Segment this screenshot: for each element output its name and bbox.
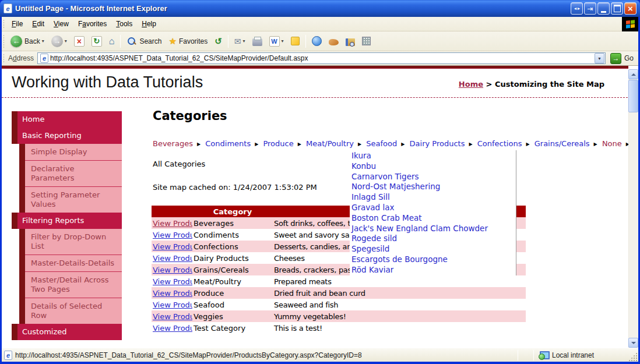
category-menu-link[interactable]: Produce	[263, 139, 293, 148]
sidebar-item[interactable]: Basic Reporting	[12, 128, 122, 144]
flyout-product-link[interactable]: Escargots de Bourgogne	[351, 255, 516, 265]
back-button[interactable]: Back ▾	[8, 34, 47, 49]
view-products-link[interactable]: View Products	[153, 289, 192, 298]
category-menu-item[interactable]: None	[602, 139, 630, 148]
category-menu-item[interactable]: Meat/Poultry	[306, 139, 361, 148]
sidebar-item[interactable]: Filter by Drop-Down List	[19, 229, 122, 255]
menu-item[interactable]: File	[7, 17, 27, 30]
popout-button[interactable]	[584, 2, 596, 15]
menu-item[interactable]: Edit	[27, 17, 49, 30]
menu-item[interactable]: Favorites	[73, 17, 111, 30]
address-input[interactable]	[50, 54, 595, 62]
flyout-product-link[interactable]: Gravad lax	[351, 203, 516, 213]
view-products-link[interactable]: View Products	[153, 231, 192, 239]
view-products-link[interactable]: View Products	[153, 266, 192, 274]
category-menu-link[interactable]: Condiments	[205, 139, 251, 148]
view-products-link[interactable]: View Products	[153, 242, 192, 251]
mail-button[interactable]: ▾	[231, 35, 248, 48]
toolbar-grip[interactable]	[3, 34, 5, 48]
notes-button[interactable]	[288, 35, 303, 47]
flyout-product-link[interactable]: Boston Crab Meat	[351, 213, 516, 224]
toolbar-grip[interactable]	[3, 54, 5, 63]
flyout-product-link[interactable]: Konbu	[351, 161, 516, 172]
search-button[interactable]: Search	[124, 34, 164, 48]
view-products-link[interactable]: View Products	[153, 219, 192, 228]
sidebar-accent-block	[12, 213, 17, 229]
breadcrumb-home-link[interactable]: Home	[459, 80, 483, 89]
flyout-product-link[interactable]: Rogede sild	[351, 234, 516, 244]
title-bar[interactable]: Untitled Page - Microsoft Internet Explo…	[0, 0, 640, 17]
flyout-product-link[interactable]: Spegesild	[351, 244, 516, 255]
mail-dropdown-icon[interactable]: ▾	[243, 38, 245, 44]
category-menu-item[interactable]: Produce	[263, 139, 301, 148]
view-products-link[interactable]: View Products	[153, 254, 192, 263]
forward-dropdown-icon[interactable]: ▾	[65, 38, 67, 44]
sidebar-item[interactable]: Master-Details-Details	[19, 255, 122, 271]
research-button[interactable]	[343, 35, 358, 48]
sidebar-item[interactable]: Setting Parameter Values	[19, 186, 122, 213]
flyout-product-link[interactable]: Röd Kaviar	[351, 265, 516, 275]
view-products-link[interactable]: View Products	[153, 277, 192, 286]
page-top-rule	[2, 66, 628, 69]
category-menu-link[interactable]: Dairy Products	[410, 139, 465, 148]
messenger-button[interactable]	[309, 34, 325, 48]
flyout-product-link[interactable]: Carnarvon Tigers	[351, 172, 516, 182]
category-menu-link[interactable]: None	[602, 139, 622, 148]
sidebar-item[interactable]: Filtering Reports	[12, 213, 122, 229]
flyout-product-link[interactable]: Nord-Ost Matjeshering	[351, 182, 516, 192]
toolbar-grip[interactable]	[3, 19, 5, 29]
home-button[interactable]	[106, 34, 118, 48]
edit-dropdown-icon[interactable]: ▾	[282, 38, 284, 44]
edit-with-word-button[interactable]: ▾	[266, 34, 287, 48]
category-menu-link[interactable]: Meat/Poultry	[306, 139, 354, 148]
category-menu-item[interactable]: Beverages	[153, 139, 201, 148]
resize-grip[interactable]	[628, 352, 637, 361]
minimize-button[interactable]	[597, 2, 610, 15]
menu-item[interactable]: Help	[137, 17, 161, 30]
scroll-down-button[interactable]	[628, 338, 638, 348]
category-menu-item[interactable]: Confections	[477, 139, 530, 148]
refresh-button[interactable]	[89, 34, 105, 48]
menu-item[interactable]: Tools	[111, 17, 137, 30]
history-button[interactable]	[212, 34, 225, 48]
menu-item[interactable]: View	[49, 17, 73, 30]
flyout-product-link[interactable]: Jack's New England Clam Chowder	[351, 224, 516, 234]
flyout-product-link[interactable]: Ikura	[351, 151, 516, 161]
sidebar-item[interactable]: Customized	[12, 324, 122, 340]
sidebar-item[interactable]: Details of Selected Row	[19, 298, 122, 324]
category-menu-link[interactable]: Beverages	[153, 139, 193, 148]
view-products-link[interactable]: View Products	[153, 324, 192, 333]
status-bar: http://localhost:4935/ASPNET_Data_Tutori…	[2, 348, 638, 362]
view-products-link[interactable]: View Products	[153, 312, 192, 321]
back-dropdown-icon[interactable]: ▾	[42, 38, 44, 44]
category-menu-link[interactable]: Grains/Cereals	[534, 139, 590, 148]
maximize-button[interactable]	[611, 2, 623, 15]
resize-toggle-button[interactable]	[571, 2, 583, 15]
stop-button[interactable]	[71, 34, 87, 48]
back-icon	[10, 36, 22, 47]
sidebar-item[interactable]: Master/Detail Across Two Pages	[19, 271, 122, 298]
sidebar-item[interactable]: Home	[12, 111, 122, 128]
category-menu-item[interactable]: Dairy Products	[410, 139, 473, 148]
scrollbar-thumb[interactable]	[628, 80, 638, 112]
address-box[interactable]	[37, 52, 606, 64]
view-products-link[interactable]: View Products	[153, 301, 192, 309]
favorites-button[interactable]: Favorites	[166, 34, 210, 48]
category-menu-link[interactable]: Confections	[477, 139, 522, 148]
addon-button[interactable]	[359, 35, 374, 47]
snagit-button[interactable]	[326, 35, 342, 47]
category-menu-item[interactable]: Condiments	[205, 139, 258, 148]
category-menu-item[interactable]: Grains/Cereals	[534, 139, 597, 148]
address-dropdown-button[interactable]	[595, 53, 604, 63]
close-button[interactable]	[624, 2, 637, 15]
go-button[interactable]	[610, 53, 621, 64]
print-button[interactable]	[249, 35, 265, 48]
category-menu-item[interactable]: Seafood	[366, 139, 405, 148]
sidebar-item[interactable]: Declarative Parameters	[19, 160, 122, 186]
sidebar-item[interactable]: Simple Display	[19, 144, 122, 160]
vertical-scrollbar[interactable]	[628, 69, 638, 348]
forward-button[interactable]: ▾	[48, 34, 70, 49]
category-menu-link[interactable]: Seafood	[366, 139, 397, 148]
flyout-product-link[interactable]: Inlagd Sill	[351, 192, 516, 203]
scroll-up-button[interactable]	[628, 69, 638, 79]
